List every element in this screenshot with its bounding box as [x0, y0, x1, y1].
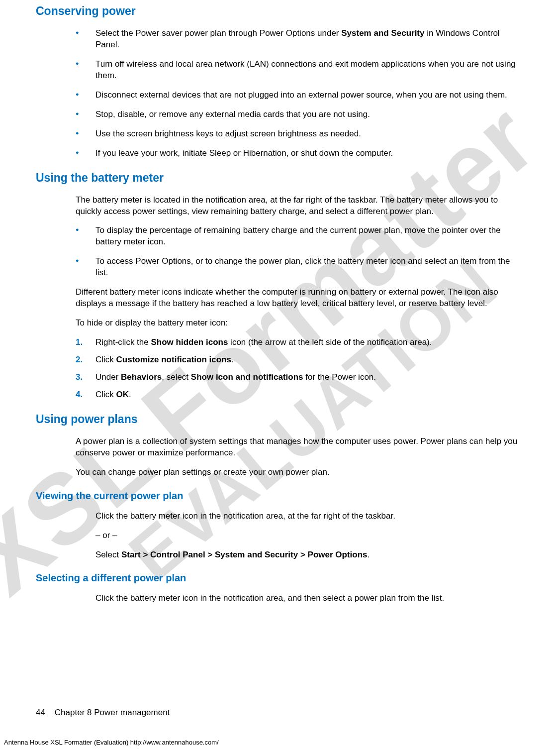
list-item: Right-click the Show hidden icons icon (…	[76, 337, 520, 348]
list-item: Turn off wireless and local area network…	[76, 59, 518, 82]
battery-meter-bullet-list: To display the percentage of remaining b…	[76, 225, 520, 279]
page-footer: 44 Chapter 8 Power management	[36, 707, 170, 719]
list-item: To display the percentage of remaining b…	[76, 225, 518, 248]
paragraph: Click the battery meter icon in the noti…	[95, 511, 518, 522]
paragraph: Different battery meter icons indicate w…	[76, 287, 518, 310]
list-item: Click OK.	[76, 389, 520, 401]
battery-meter-steps: Right-click the Show hidden icons icon (…	[76, 337, 520, 401]
list-item: Disconnect external devices that are not…	[76, 90, 518, 101]
page-content: Conserving power Select the Power saver …	[0, 0, 556, 604]
paragraph-or: – or –	[95, 530, 518, 541]
heading-battery-meter: Using the battery meter	[36, 170, 520, 186]
list-item: Stop, disable, or remove any external me…	[76, 109, 518, 120]
paragraph: To hide or display the battery meter ico…	[76, 318, 518, 329]
list-item: If you leave your work, initiate Sleep o…	[76, 148, 518, 159]
list-item: To access Power Options, or to change th…	[76, 256, 518, 279]
heading-viewing-plan: Viewing the current power plan	[36, 489, 520, 503]
evaluation-footer: Antenna House XSL Formatter (Evaluation)…	[4, 738, 219, 747]
page-number: 44	[36, 708, 45, 717]
list-item: Use the screen brightness keys to adjust…	[76, 128, 518, 140]
chapter-label: Chapter 8 Power management	[55, 708, 170, 717]
paragraph: A power plan is a collection of system s…	[76, 436, 518, 459]
heading-power-plans: Using power plans	[36, 412, 520, 427]
paragraph: Select Start > Control Panel > System an…	[95, 549, 518, 561]
paragraph: You can change power plan settings or cr…	[76, 467, 518, 478]
heading-selecting-plan: Selecting a different power plan	[36, 571, 520, 585]
paragraph: The battery meter is located in the noti…	[76, 195, 518, 217]
paragraph: Click the battery meter icon in the noti…	[95, 593, 518, 604]
conserving-bullet-list: Select the Power saver power plan throug…	[76, 28, 520, 159]
list-item: Under Behaviors, select Show icon and no…	[76, 372, 520, 383]
list-item: Click Customize notification icons.	[76, 354, 520, 366]
heading-conserving-power: Conserving power	[36, 2, 520, 19]
list-item: Select the Power saver power plan throug…	[76, 28, 518, 51]
